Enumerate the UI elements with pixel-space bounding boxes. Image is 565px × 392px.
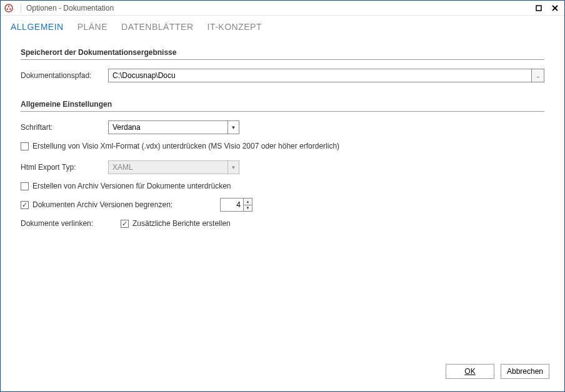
svg-point-3 [9,8,11,9]
archive-suppress-checkbox[interactable] [21,182,29,190]
archive-limit-input[interactable] [221,198,243,211]
window-title: Optionen - Dokumentation [26,4,114,12]
svg-point-1 [8,6,9,7]
content-area: Speicherort der Dokumentationsergebnisse… [1,36,564,358]
spinner-up-button[interactable]: ▲ [244,198,252,205]
row-docpath: Dokumentationspfad: ... [21,69,544,82]
app-icon [4,4,13,12]
row-font: Schriftart: ▼ [21,120,544,134]
visio-suppress-checkbox[interactable] [21,142,29,150]
ok-button[interactable]: OK [446,364,494,379]
section-storage-header: Speicherort der Dokumentationsergebnisse [21,48,544,60]
tab-plaene[interactable]: PLÄNE [78,22,108,32]
docpath-field-wrap: ... [108,69,544,82]
dialog-footer: OK Abbrechen [1,358,564,391]
options-dialog: Optionen - Dokumentation ALLGEMEIN PLÄNE… [0,0,565,392]
row-link-docs: Dokumente verlinken: Zusätzliche Bericht… [21,219,544,228]
tab-bar: ALLGEMEIN PLÄNE DATENBLÄTTER IT-KONZEPT [1,16,564,36]
archive-limit-spinner: ▲ ▼ [220,198,252,212]
docpath-browse-button[interactable]: ... [531,69,544,82]
tab-allgemein[interactable]: ALLGEMEIN [11,22,64,32]
archive-suppress-label: Erstellen von Archiv Versionen für Dokum… [32,182,231,190]
maximize-button[interactable] [533,2,544,14]
close-button[interactable] [549,2,561,14]
titlebar-divider [21,4,21,12]
row-archive-suppress: Erstellen von Archiv Versionen für Dokum… [21,182,544,190]
tab-datenblaetter[interactable]: DATENBLÄTTER [121,22,193,32]
archive-limit-checkbox[interactable] [21,201,29,209]
docpath-input[interactable] [109,69,531,82]
svg-rect-4 [536,6,541,11]
tab-itkonzept[interactable]: IT-KONZEPT [208,22,262,32]
export-type-label: Html Export Typ: [21,163,108,172]
font-label: Schriftart: [21,123,108,132]
additional-reports-label: Zusätzliche Berichte erstellen [132,219,231,228]
svg-point-2 [7,8,8,9]
cancel-button[interactable]: Abbrechen [501,364,549,379]
link-docs-label: Dokumente verlinken: [21,219,121,228]
visio-suppress-label: Erstellung von Visio Xml-Format (.vdx) u… [32,142,339,150]
section-general-header: Allgemeine Einstellungen [21,100,544,112]
archive-limit-label: Dokumenten Archiv Versionen begrenzen: [32,200,220,209]
row-visio-suppress: Erstellung von Visio Xml-Format (.vdx) u… [21,142,544,150]
titlebar: Optionen - Dokumentation [1,1,564,16]
docpath-label: Dokumentationspfad: [21,71,108,80]
row-export-type: Html Export Typ: ▼ [21,160,544,174]
additional-reports-checkbox[interactable] [121,220,129,228]
row-archive-limit: Dokumenten Archiv Versionen begrenzen: ▲… [21,198,544,212]
svg-point-0 [5,4,12,12]
spinner-down-button[interactable]: ▼ [244,205,252,212]
export-type-select [108,160,239,174]
font-select[interactable] [108,120,239,134]
